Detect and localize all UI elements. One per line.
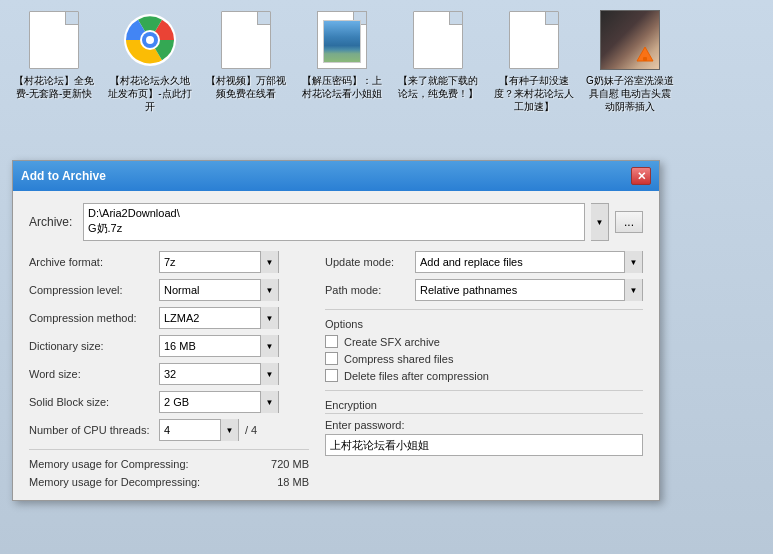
desktop-icon-village-free[interactable]: 【村花论坛】全免费-无套路-更新快 [10, 10, 98, 100]
memory-compressing-label: Memory usage for Compressing: [29, 458, 189, 470]
path-mode-row: Path mode: Relative pathnames ▼ [325, 279, 643, 301]
encryption-title: Encryption [325, 399, 643, 414]
dialog-left-col: Archive format: 7z ▼ Compression level: … [29, 251, 309, 488]
image-file-icon-img [312, 10, 372, 70]
vlc-icon-img [600, 10, 660, 70]
desktop-icon-video[interactable]: 【村视频】万部视频免费在线看 [202, 10, 290, 100]
memory-decompressing-label: Memory usage for Decompressing: [29, 476, 200, 488]
enter-password-label: Enter password: [325, 419, 643, 431]
memory-compressing-row: Memory usage for Compressing: 720 MB [29, 458, 309, 470]
icon-label-password: 【解压密码】：上村花论坛看小姐姐 [298, 74, 386, 100]
cpu-threads-row: Number of CPU threads: 4 ▼ / 4 [29, 419, 309, 441]
compression-level-combo[interactable]: Normal ▼ [159, 279, 279, 301]
dialog-two-col: Archive format: 7z ▼ Compression level: … [29, 251, 643, 488]
compression-method-row: Compression method: LZMA2 ▼ [29, 307, 309, 329]
cpu-threads-combo[interactable]: 4 ▼ [159, 419, 239, 441]
video-file-icon-img [216, 10, 276, 70]
chrome-icon-img [120, 10, 180, 70]
option-compress-shared-row: Compress shared files [325, 352, 643, 365]
path-mode-arrow[interactable]: ▼ [624, 279, 642, 301]
svg-point-4 [146, 36, 154, 44]
vlc-thumbnail [600, 10, 660, 70]
word-size-combo[interactable]: 32 ▼ [159, 363, 279, 385]
icon-label-video: 【村视频】万部视频免费在线看 [202, 74, 290, 100]
archive-format-row: Archive format: 7z ▼ [29, 251, 309, 273]
cpu-threads-total: / 4 [245, 424, 257, 436]
archive-path-line1: D:\Aria2Download\ [88, 206, 580, 221]
seed-icon-img [504, 10, 564, 70]
vlc-logo [635, 45, 655, 65]
compression-method-combo[interactable]: LZMA2 ▼ [159, 307, 279, 329]
archive-format-label: Archive format: [29, 256, 159, 268]
archive-path-dropdown-arrow[interactable]: ▼ [591, 203, 609, 241]
desktop-icon-vlc[interactable]: G奶妹子浴室洗澡道具自慰 电动吉头震动阴蒂插入 [586, 10, 674, 113]
compression-method-value: LZMA2 [160, 310, 260, 326]
icon-label-village-free: 【村花论坛】全免费-无套路-更新快 [10, 74, 98, 100]
archive-browse-button[interactable]: ... [615, 211, 643, 233]
option-compress-shared-label: Compress shared files [344, 353, 453, 365]
path-mode-combo[interactable]: Relative pathnames ▼ [415, 279, 643, 301]
dictionary-size-combo[interactable]: 16 MB ▼ [159, 335, 279, 357]
word-size-arrow[interactable]: ▼ [260, 363, 278, 385]
left-divider [29, 449, 309, 450]
compression-level-value: Normal [160, 282, 260, 298]
add-to-archive-dialog: Add to Archive ✕ Archive: D:\Aria2Downlo… [12, 160, 660, 501]
options-section: Options Create SFX archive Compress shar… [325, 318, 643, 382]
path-mode-value: Relative pathnames [416, 282, 624, 298]
file-icon-shape [29, 11, 79, 69]
desktop-icon-password[interactable]: 【解压密码】：上村花论坛看小姐姐 [298, 10, 386, 100]
solid-block-arrow[interactable]: ▼ [260, 391, 278, 413]
compression-level-arrow[interactable]: ▼ [260, 279, 278, 301]
compression-method-label: Compression method: [29, 312, 159, 324]
update-mode-row: Update mode: Add and replace files ▼ [325, 251, 643, 273]
close-icon: ✕ [637, 170, 646, 183]
options-title: Options [325, 318, 643, 330]
memory-compressing-value: 720 MB [271, 458, 309, 470]
icon-label-chrome: 【村花论坛永久地址发布页】-点此打开 [106, 74, 194, 113]
dialog-title: Add to Archive [21, 169, 106, 183]
desktop-icon-seed[interactable]: 【有种子却没速度？来村花论坛人工加速】 [490, 10, 578, 113]
icon-label-forum-dl: 【来了就能下载的论坛，纯免费！】 [394, 74, 482, 100]
solid-block-row: Solid Block size: 2 GB ▼ [29, 391, 309, 413]
chrome-icon [124, 14, 176, 66]
archive-path-value[interactable]: D:\Aria2Download\ G奶.7z [88, 206, 580, 237]
path-mode-label: Path mode: [325, 284, 415, 296]
word-size-row: Word size: 32 ▼ [29, 363, 309, 385]
img-file-shape [317, 11, 367, 69]
right-divider [325, 309, 643, 310]
archive-path-label: Archive: [29, 215, 77, 229]
update-mode-combo[interactable]: Add and replace files ▼ [415, 251, 643, 273]
dialog-titlebar: Add to Archive ✕ [13, 161, 659, 191]
option-compress-shared-checkbox[interactable] [325, 352, 338, 365]
desktop-icon-forum-dl[interactable]: 【来了就能下载的论坛，纯免费！】 [394, 10, 482, 100]
desktop-icon-chrome[interactable]: 【村花论坛永久地址发布页】-点此打开 [106, 10, 194, 113]
option-sfx-checkbox[interactable] [325, 335, 338, 348]
dictionary-size-arrow[interactable]: ▼ [260, 335, 278, 357]
update-mode-value: Add and replace files [416, 254, 624, 270]
img-thumbnail [323, 20, 361, 63]
cpu-threads-value: 4 [160, 422, 220, 438]
cpu-threads-arrow[interactable]: ▼ [220, 419, 238, 441]
solid-block-combo[interactable]: 2 GB ▼ [159, 391, 279, 413]
svg-rect-6 [643, 57, 647, 61]
desktop: 【村花论坛】全免费-无套路-更新快 [0, 0, 773, 554]
compression-method-arrow[interactable]: ▼ [260, 307, 278, 329]
desktop-icons-row: 【村花论坛】全免费-无套路-更新快 [0, 0, 773, 123]
password-input[interactable] [325, 434, 643, 456]
option-delete-checkbox[interactable] [325, 369, 338, 382]
compression-level-label: Compression level: [29, 284, 159, 296]
dialog-close-button[interactable]: ✕ [631, 167, 651, 185]
file-icon-shape4 [509, 11, 559, 69]
memory-decompressing-row: Memory usage for Decompressing: 18 MB [29, 476, 309, 488]
option-delete-label: Delete files after compression [344, 370, 489, 382]
encryption-divider [325, 390, 643, 391]
archive-format-value: 7z [160, 254, 260, 270]
icon-label-seed: 【有种子却没速度？来村花论坛人工加速】 [490, 74, 578, 113]
archive-format-arrow[interactable]: ▼ [260, 251, 278, 273]
dialog-body: Archive: D:\Aria2Download\ G奶.7z ▼ ... [13, 191, 659, 500]
archive-format-combo[interactable]: 7z ▼ [159, 251, 279, 273]
solid-block-value: 2 GB [160, 394, 260, 410]
update-mode-arrow[interactable]: ▼ [624, 251, 642, 273]
update-mode-label: Update mode: [325, 256, 415, 268]
file-icon-shape3 [413, 11, 463, 69]
